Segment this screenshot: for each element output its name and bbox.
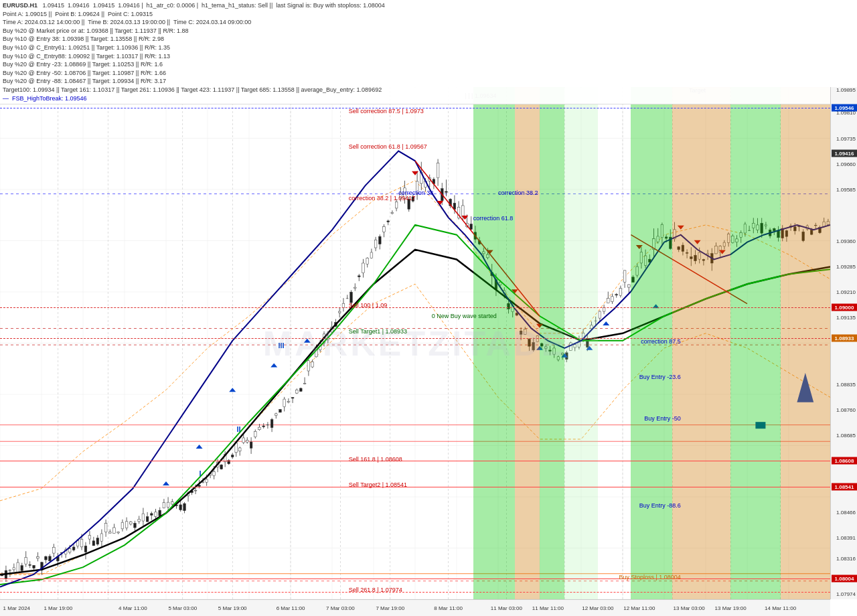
price-08466: 1.08466	[836, 509, 856, 515]
zone-green-1	[473, 87, 515, 599]
time-11mar03: 11 Mar 03:00	[491, 605, 522, 611]
zone-green-2	[540, 87, 564, 599]
price-09210: 1.09210	[836, 289, 856, 295]
price-axis: 1.09546 1.09416 1.09000 1.08933 1.08608 …	[830, 87, 857, 599]
buy-10-88-line: Buy %10 @ C_Entry88: 1.09092 || Target: …	[3, 52, 828, 61]
price-low: 1.09415	[93, 2, 115, 9]
label-sell-correction-618: Sell correction 61.8 | 1.09567	[349, 143, 427, 150]
time-b: Time B: 2024.03.13 19:00:00	[88, 19, 165, 25]
label-sell-2618: Sell 261.8 | 1.07974	[349, 587, 402, 593]
label-sell-1618: Sell 161.8 | 1.08608	[349, 456, 402, 463]
buy-10-61-line: Buy %10 @ C_Entry61: 1.09251 || Target: …	[3, 44, 828, 52]
label-correction-38-right: correction 38.2	[498, 189, 538, 196]
chart-container: EURUSD.H1 1.09415 1.09416 1.09415 1.0941…	[0, 0, 857, 616]
label-buy-entry-236: Buy Entry -23.6	[639, 374, 681, 380]
chart-area: MARKETZITADE Sell correction 87.5 | 1.09…	[0, 87, 830, 599]
time-6mar11: 6 Mar 11:00	[277, 605, 305, 611]
price-09660: 1.09660	[836, 161, 856, 167]
price-08835: 1.08835	[836, 381, 856, 387]
fsb-value: FSB_HighToBreak: 1.09546	[12, 95, 87, 102]
symbol-line: EURUSD.H1 1.09415 1.09416 1.09415 1.0941…	[3, 1, 828, 10]
time-c: Time C: 2024.03.14 09:00:00	[173, 19, 251, 25]
time-13mar19: 13 Mar 19:00	[715, 605, 747, 611]
time-5mar19: 5 Mar 19:00	[218, 605, 247, 611]
label-buy-entry-886: Buy Entry -88.6	[639, 502, 681, 509]
label-sell-target1: Sell Target1 | 1.08933	[349, 328, 407, 335]
zone-orange-3	[781, 87, 830, 599]
fsb-line-label: — FSB_HighToBreak: 1.09546	[3, 94, 828, 103]
price-08391: 1.08391	[836, 535, 856, 541]
label-buy-entry-50: Buy Entry -50	[644, 415, 681, 422]
badge-09546: 1.09546	[832, 104, 857, 111]
buy-10-38-line: Buy %10 @ Entry 38: 1.09398 || Target: 1…	[3, 35, 828, 44]
zone-orange-2	[672, 87, 730, 599]
targets-line: Target100: 1.09934 || Target 161: 1.1031…	[3, 86, 828, 94]
time-14mar11: 14 Mar 11:00	[765, 605, 796, 611]
buy-20-88-line: Buy %20 @ Entry -88: 1.08467 || Target: …	[3, 77, 828, 86]
time-8mar11: 8 Mar 11:00	[434, 605, 463, 611]
time-1mar19: 1 Mar 19:00	[44, 605, 72, 611]
time-11mar11: 11 Mar 11:00	[532, 605, 564, 611]
time-12mar03: 12 Mar 03:00	[582, 605, 613, 611]
label-correction-875-right: correction 87.5	[641, 338, 681, 345]
time-a: Time A: 2024.03.12 14:00:00	[3, 19, 80, 25]
label-correction-618-right: correction 61.8	[473, 215, 514, 222]
atr-value: h1_atr_c0: 0.0006	[147, 2, 196, 9]
buy-20-50-line: Buy %20 @ Entry -50: 1.08706 || Target: …	[3, 69, 828, 78]
hline-09	[0, 307, 830, 308]
symbol: EURUSD.H1	[3, 2, 37, 9]
times-line: Time A: 2024.03.12 14:00:00 || Time B: 2…	[3, 18, 828, 27]
label-sell-target2: Sell Target2 | 1.08541	[349, 481, 407, 488]
price-09360: 1.09360	[836, 238, 856, 244]
time-5mar03: 5 Mar 03:00	[168, 605, 197, 611]
price-09735: 1.09735	[836, 135, 856, 141]
hline-08608	[0, 461, 830, 461]
last-signal: last Signal is: Buy with stoploss: 1.080…	[276, 2, 385, 9]
badge-08004: 1.08004	[832, 575, 857, 583]
time-12mar11: 12 Mar 11:00	[623, 605, 655, 611]
label-buy-stoploss: Buy Stoploss | 1.08004	[619, 574, 680, 581]
hline-08933	[0, 338, 830, 339]
time-13mar03: 13 Mar 03:00	[674, 605, 705, 611]
price-08760: 1.08760	[836, 406, 856, 412]
time-4mar11: 4 Mar 11:00	[119, 605, 147, 611]
label-new-buy-wave: 0 New Buy wave started	[432, 313, 497, 319]
hline-08541	[0, 487, 830, 487]
time-axis: 1 Mar 2024 1 Mar 19:00 4 Mar 11:00 5 Mar…	[0, 599, 830, 616]
buy-20-entry-line: Buy %20 @ Entry -23: 1.08869 || Target: …	[3, 60, 828, 69]
price-close: 1.09416	[118, 2, 140, 9]
badge-current: 1.09416	[832, 150, 857, 157]
hline-07974	[0, 592, 830, 593]
price-open: 1.09415	[43, 2, 65, 9]
zone-lightgreen-1	[564, 87, 598, 599]
price-08316: 1.08316	[836, 555, 856, 561]
tema-status: h1_tema_h1_status: Sell	[202, 2, 268, 9]
hline-08004	[0, 579, 830, 579]
point-c: Point C: 1.09315	[108, 11, 153, 17]
zone-orange-1	[515, 87, 540, 599]
badge-08933: 1.08933	[832, 334, 857, 341]
zone-green-4	[730, 87, 780, 599]
time-1mar: 1 Mar 2024	[3, 605, 30, 611]
info-panel: EURUSD.H1 1.09415 1.09416 1.09415 1.0941…	[0, 0, 830, 104]
price-09135: 1.09135	[836, 315, 856, 321]
label-correction-38-detect: correction 38	[398, 189, 433, 196]
label-sell-100: Sell 100 | 1.09	[349, 302, 387, 309]
time-7mar03: 7 Mar 03:00	[326, 605, 355, 611]
price-08685: 1.08685	[836, 433, 856, 439]
badge-09: 1.09000	[832, 303, 857, 311]
buy-market-line: Buy %20 @ Market price or at: 1.09368 ||…	[3, 27, 828, 35]
point-a: Point A: 1.09015	[3, 11, 47, 17]
points-line: Point A: 1.09015 || Point B: 1.09624 || …	[3, 10, 828, 19]
price-high: 1.09416	[68, 2, 90, 9]
price-09585: 1.09585	[836, 187, 856, 193]
badge-08541: 1.08541	[832, 483, 857, 490]
badge-08608: 1.08608	[832, 457, 857, 465]
time-7mar19: 7 Mar 19:00	[376, 605, 404, 611]
price-09895: 1.09895	[836, 86, 856, 92]
point-b: Point B: 1.09624	[55, 11, 100, 17]
price-09285: 1.09285	[836, 263, 856, 269]
price-07974: 1.07974	[836, 591, 856, 597]
label-sell-correction-875: Sell correction 87.5 | 1.0973	[349, 108, 424, 114]
